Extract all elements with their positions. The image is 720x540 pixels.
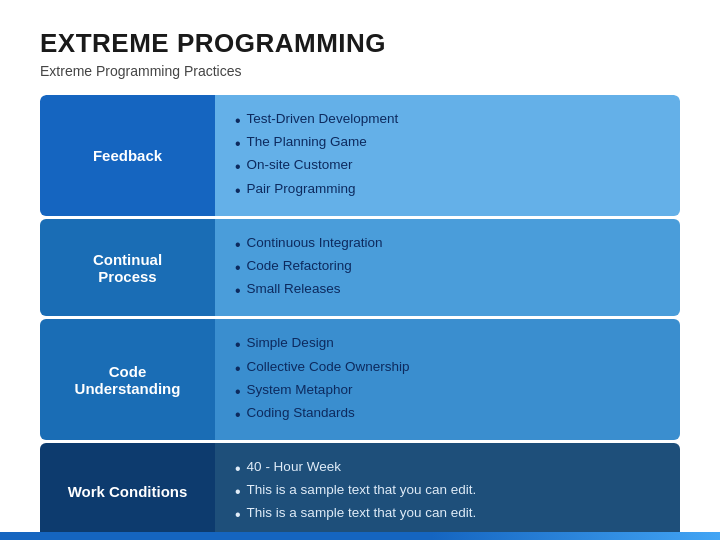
list-item: Pair Programming [235, 179, 398, 202]
table-row: Code Understanding Simple Design Collect… [40, 319, 680, 440]
code-items: Simple Design Collective Code Ownership … [215, 319, 680, 440]
feedback-label: Feedback [40, 95, 215, 216]
list-item: Coding Standards [235, 403, 409, 426]
slide-title: EXTREME PROGRAMMING [40, 28, 680, 59]
continual-items: Continuous Integration Code Refactoring … [215, 219, 680, 317]
list-item: This is a sample text that you can edit. [235, 503, 476, 526]
list-item: Small Releases [235, 279, 382, 302]
list-item: On-site Customer [235, 155, 398, 178]
table-row: Feedback Test-Driven Development The Pla… [40, 95, 680, 216]
code-label: Code Understanding [40, 319, 215, 440]
list-item: Collective Code Ownership [235, 357, 409, 380]
work-label: Work Conditions [40, 443, 215, 540]
list-item: Code Refactoring [235, 256, 382, 279]
list-item: System Metaphor [235, 380, 409, 403]
list-item: 40 - Hour Week [235, 457, 476, 480]
continual-label: Continual Process [40, 219, 215, 317]
table-row: Continual Process Continuous Integration… [40, 219, 680, 317]
work-items: 40 - Hour Week This is a sample text tha… [215, 443, 680, 540]
list-item: This is a sample text that you can edit. [235, 480, 476, 503]
list-item: Test-Driven Development [235, 109, 398, 132]
feedback-items: Test-Driven Development The Planning Gam… [215, 95, 680, 216]
bottom-bar [0, 532, 720, 540]
list-item: Continuous Integration [235, 233, 382, 256]
slide-subtitle: Extreme Programming Practices [40, 63, 680, 79]
practices-table: Feedback Test-Driven Development The Pla… [40, 95, 680, 540]
list-item: Simple Design [235, 333, 409, 356]
list-item: The Planning Game [235, 132, 398, 155]
table-row: Work Conditions 40 - Hour Week This is a… [40, 443, 680, 540]
slide: EXTREME PROGRAMMING Extreme Programming … [0, 0, 720, 540]
